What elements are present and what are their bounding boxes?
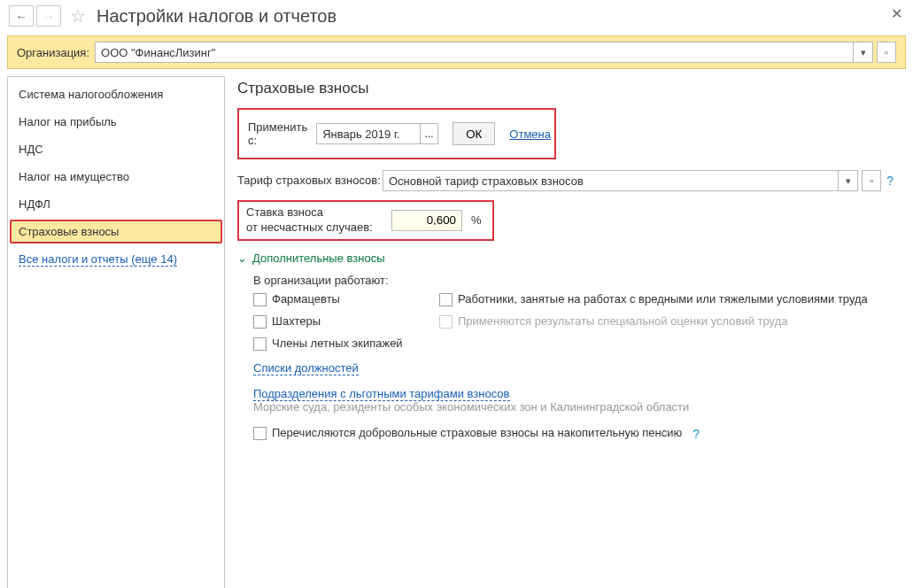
- tariff-help-icon[interactable]: ?: [886, 174, 894, 188]
- additional-contributions-expander[interactable]: ⌄ Дополнительные взносы: [237, 251, 894, 265]
- checkbox-icon[interactable]: [253, 427, 267, 440]
- ok-button[interactable]: ОК: [453, 122, 495, 145]
- checkbox-special-assessment: Применяются результаты специальной оценк…: [439, 314, 894, 329]
- checkbox-miners[interactable]: Шахтеры: [253, 314, 413, 329]
- sidebar-item-all-taxes[interactable]: Все налоги и отчеты (еще 14): [8, 245, 224, 273]
- apply-from-picker-icon[interactable]: ...: [421, 123, 438, 144]
- organization-dropdown-icon[interactable]: ▾: [854, 42, 873, 63]
- checkbox-flight-crew[interactable]: Члены летных экипажей: [253, 337, 413, 352]
- sidebar-item-property-tax[interactable]: Налог на имущество: [8, 163, 224, 190]
- tariff-open-icon[interactable]: ▫: [862, 170, 881, 191]
- voluntary-help-icon[interactable]: ?: [692, 426, 700, 442]
- page-title: Настройки налогов и отчетов: [97, 6, 337, 27]
- checkbox-icon[interactable]: [253, 315, 267, 329]
- sidebar-all-taxes-link[interactable]: Все налоги и отчеты (еще 14): [19, 252, 177, 267]
- subdivisions-link[interactable]: Подразделения с льготными тарифами взнос…: [253, 387, 510, 401]
- forward-button[interactable]: →: [36, 5, 61, 27]
- apply-from-box: Применить с: Январь 2019 г. ... ОК Отмен…: [237, 108, 556, 159]
- checkbox-hazardous-workers[interactable]: Работники, занятые на работах с вредными…: [439, 292, 894, 307]
- cancel-link[interactable]: Отмена: [509, 128, 551, 141]
- section-title: Страховые взносы: [237, 80, 894, 97]
- positions-list-link[interactable]: Списки должностей: [253, 361, 359, 375]
- checkbox-icon[interactable]: [253, 337, 267, 351]
- tariff-dropdown-icon[interactable]: ▾: [839, 170, 858, 191]
- favorite-star-icon[interactable]: ☆: [70, 5, 86, 27]
- sidebar: Система налогообложения Налог на прибыль…: [7, 76, 225, 588]
- workers-label: В организации работают:: [253, 274, 894, 287]
- chevron-down-icon: ⌄: [237, 251, 247, 265]
- checkbox-icon[interactable]: [439, 293, 453, 306]
- apply-from-input[interactable]: Январь 2019 г.: [316, 123, 421, 144]
- organization-bar: Организация: ООО "ФинансЛизинг" ▾ ▫: [7, 35, 906, 69]
- tariff-label: Тариф страховых взносов:: [237, 174, 383, 189]
- sidebar-item-tax-system[interactable]: Система налогообложения: [8, 81, 224, 108]
- sidebar-item-profit-tax[interactable]: Налог на прибыль: [8, 108, 224, 135]
- organization-label: Организация:: [17, 46, 89, 59]
- accident-rate-input[interactable]: [391, 210, 462, 231]
- accident-rate-box: Ставка взноса от несчастных случаев: %: [237, 200, 494, 241]
- accident-rate-unit: %: [471, 213, 482, 227]
- tariff-select[interactable]: Основной тариф страховых взносов: [383, 170, 839, 191]
- close-icon[interactable]: ✕: [891, 5, 902, 22]
- organization-open-icon[interactable]: ▫: [877, 42, 896, 63]
- checkbox-voluntary-pension[interactable]: Перечисляются добровольные страховые взн…: [253, 426, 894, 442]
- sidebar-item-vat[interactable]: НДС: [8, 135, 224, 163]
- accident-rate-label: Ставка взноса от несчастных случаев:: [246, 205, 391, 236]
- checkbox-icon[interactable]: [253, 293, 267, 306]
- subdivisions-subtext: Морские суда, резиденты особых экономиче…: [253, 400, 894, 414]
- checkbox-icon: [439, 315, 453, 329]
- sidebar-item-insurance[interactable]: Страховые взносы: [10, 220, 222, 244]
- organization-input[interactable]: ООО "ФинансЛизинг": [95, 42, 854, 63]
- back-button[interactable]: ←: [9, 5, 34, 27]
- main-panel: Страховые взносы Применить с: Январь 201…: [225, 76, 906, 588]
- checkbox-pharmacists[interactable]: Фармацевты: [253, 292, 413, 307]
- apply-from-label: Применить с:: [248, 120, 307, 147]
- sidebar-item-ndfl[interactable]: НДФЛ: [8, 190, 224, 218]
